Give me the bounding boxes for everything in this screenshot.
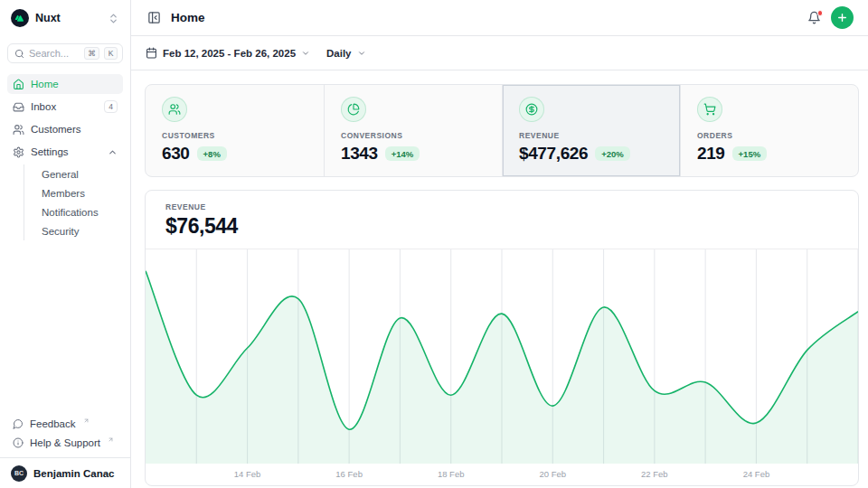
nuxt-logo-icon [11, 9, 29, 27]
sidebar-item-customers[interactable]: Customers [7, 119, 123, 139]
chart-x-axis: 14 Feb16 Feb18 Feb20 Feb22 Feb24 Feb [146, 464, 858, 485]
stat-card-revenue[interactable]: Revenue $477,626 +20% [502, 85, 680, 176]
avatar: BC [11, 465, 27, 482]
user-menu[interactable]: BC Benjamin Canac [0, 457, 130, 488]
stat-card-orders[interactable]: Orders 219 +15% [680, 85, 858, 176]
stat-value: 219 [697, 144, 725, 164]
footer-link-label: Feedback [30, 418, 76, 429]
main-area: Home Feb 12, 2025 - Feb 26, 2025 Daily [131, 0, 868, 488]
chevrons-up-down-icon [108, 13, 119, 24]
stat-label: Revenue [519, 131, 664, 140]
chat-icon [13, 418, 24, 429]
chevron-down-icon [301, 49, 310, 58]
stat-delta-badge: +8% [197, 146, 227, 161]
kbd-cmd: ⌘ [84, 47, 100, 60]
cart-icon [703, 103, 716, 116]
sidebar-nav: Home Inbox4 Customers SettingsGeneralMem… [0, 69, 130, 243]
stat-value: 1343 [341, 144, 378, 164]
notifications-button[interactable] [806, 9, 823, 26]
date-range-label: Feb 12, 2025 - Feb 26, 2025 [163, 48, 296, 59]
x-axis-tick: 18 Feb [438, 469, 465, 479]
sidebar-subitem-security[interactable]: Security [36, 221, 123, 240]
stat-icon-circle [697, 97, 722, 122]
sidebar-item-label: Home [31, 79, 118, 89]
period-select[interactable]: Daily [326, 48, 366, 59]
sidebar-item-home[interactable]: Home [7, 74, 123, 94]
chart-header: Revenue $76,544 [146, 191, 858, 249]
collapse-sidebar-button[interactable] [146, 9, 163, 26]
filter-toolbar: Feb 12, 2025 - Feb 26, 2025 Daily [131, 36, 868, 70]
sidebar-item-inbox[interactable]: Inbox4 [7, 97, 123, 117]
stat-value: $477,626 [519, 144, 588, 164]
sidebar-spacer [0, 243, 130, 410]
gear-icon [13, 146, 24, 158]
chart-value: $76,544 [165, 214, 838, 239]
stats-panel: Customers 630 +8% Conversions 1343 +14% … [145, 84, 859, 177]
x-axis-tick: 14 Feb [234, 469, 261, 479]
kbd-k: K [104, 47, 118, 60]
app-root: Nuxt Search... ⌘ K Home Inbox4 Customers… [0, 0, 868, 488]
inbox-icon [13, 101, 24, 113]
x-axis-tick: 22 Feb [641, 469, 668, 479]
stat-delta-badge: +20% [595, 146, 630, 161]
stat-icon-circle [519, 97, 544, 122]
revenue-area-chart [146, 249, 858, 464]
sidebar-subitem-members[interactable]: Members [36, 183, 123, 202]
period-label: Daily [326, 48, 352, 59]
help-support-link[interactable]: Help & Support [7, 433, 123, 452]
sidebar-item-label: Settings [31, 146, 101, 157]
users-icon [13, 124, 24, 136]
pie-chart-icon [347, 103, 360, 116]
revenue-chart-panel: Revenue $76,544 14 Feb16 Feb18 Feb20 Feb… [145, 190, 859, 486]
sidebar-footer-links: Feedback Help & Support [0, 410, 130, 457]
sidebar-item-settings[interactable]: Settings [7, 142, 123, 162]
x-axis-tick: 20 Feb [539, 469, 566, 479]
stat-icon-circle [341, 97, 366, 122]
x-axis-tick: 24 Feb [743, 469, 770, 479]
feedback-link[interactable]: Feedback [7, 414, 123, 433]
stat-label: Conversions [341, 131, 486, 140]
user-name: Benjamin Canac [33, 468, 114, 479]
stat-card-conversions[interactable]: Conversions 1343 +14% [324, 85, 502, 176]
search-input[interactable]: Search... ⌘ K [7, 43, 123, 63]
workspace-name: Nuxt [35, 12, 101, 24]
stat-label: Customers [162, 131, 307, 140]
sidebar-item-label: Customers [31, 124, 118, 135]
home-icon [13, 79, 24, 90]
external-link-icon [108, 436, 114, 443]
stat-delta-badge: +14% [385, 146, 420, 161]
content: Customers 630 +8% Conversions 1343 +14% … [131, 70, 868, 486]
footer-link-label: Help & Support [30, 437, 100, 448]
search-icon [14, 49, 24, 59]
inbox-count-badge: 4 [104, 100, 118, 113]
chevron-down-icon [357, 49, 366, 58]
stat-value: 630 [162, 144, 190, 164]
stat-icon-circle [162, 97, 187, 122]
external-link-icon [83, 418, 90, 424]
stat-delta-badge: +15% [732, 146, 768, 161]
workspace-switcher[interactable]: Nuxt [0, 0, 130, 36]
sidebar-item-label: Inbox [31, 101, 98, 112]
sidebar: Nuxt Search... ⌘ K Home Inbox4 Customers… [0, 0, 131, 488]
info-icon [13, 437, 24, 448]
date-range-picker[interactable]: Feb 12, 2025 - Feb 26, 2025 [146, 47, 310, 59]
x-axis-tick: 16 Feb [335, 469, 363, 479]
panel-collapse-icon [147, 11, 161, 24]
chart-label: Revenue [165, 202, 838, 211]
notification-dot [817, 10, 824, 16]
top-bar: Home [131, 0, 868, 36]
dollar-circle-icon [525, 103, 538, 116]
calendar-icon [146, 47, 157, 59]
plus-icon [836, 12, 848, 23]
sidebar-subitem-general[interactable]: General [36, 164, 123, 183]
add-button[interactable] [831, 6, 854, 29]
page-title: Home [171, 11, 797, 24]
chevron-up-icon [108, 147, 118, 157]
search-placeholder: Search... [29, 48, 80, 59]
stat-card-customers[interactable]: Customers 630 +8% [146, 85, 324, 176]
stat-label: Orders [697, 131, 842, 140]
sidebar-subnav: GeneralMembersNotificationsSecurity [7, 164, 123, 240]
sidebar-subitem-notifications[interactable]: Notifications [36, 202, 123, 221]
users-icon [168, 103, 181, 116]
chart-plot-area [146, 249, 858, 464]
